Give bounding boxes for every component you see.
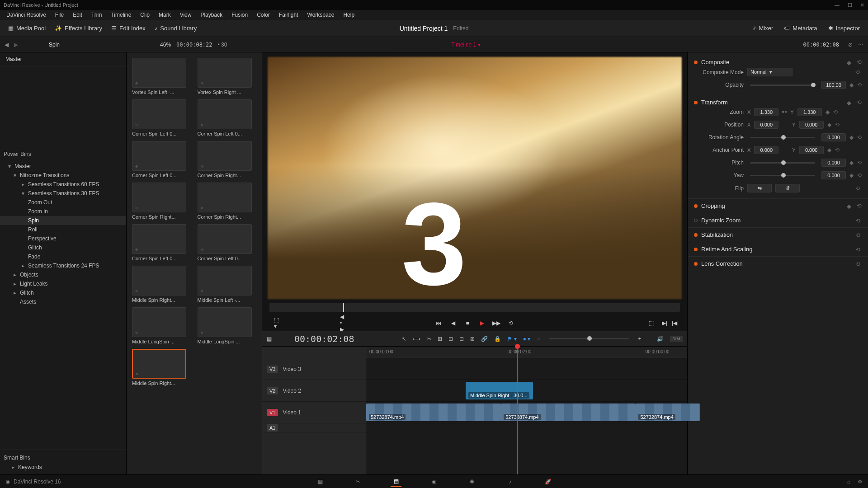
options-icon[interactable]: ⋯: [858, 42, 863, 48]
track-header-v2[interactable]: V2 Video 2: [262, 380, 366, 402]
prev-clip-icon[interactable]: |◀: [671, 319, 678, 327]
media-thumb[interactable]: ⟐Corner Spin Right...: [198, 183, 257, 220]
media-thumb[interactable]: ⟐Middle Spin Right...: [132, 266, 191, 303]
reset-icon[interactable]: ⟲: [855, 217, 862, 224]
mixer-button[interactable]: ⎚ Mixer: [748, 23, 778, 33]
keyframe-icon[interactable]: ◆: [849, 134, 854, 141]
power-bins-header[interactable]: Power Bins: [0, 148, 126, 160]
timeline-ruler[interactable]: 00:00:00:00 00:00:02:00 00:00:04:00: [366, 347, 687, 358]
keyframe-icon[interactable]: ◆: [827, 147, 831, 153]
maximize-icon[interactable]: ☐: [848, 2, 852, 8]
menu-item[interactable]: Fairlight: [275, 11, 302, 19]
composite-mode-select[interactable]: Normal ▾: [747, 68, 793, 76]
keyframe-icon[interactable]: ◆: [849, 172, 854, 178]
sidebar-item[interactable]: Roll: [0, 225, 126, 234]
close-icon[interactable]: ✕: [860, 2, 864, 8]
minimize-icon[interactable]: —: [835, 2, 840, 8]
sidebar-item[interactable]: Glitch: [0, 243, 126, 252]
sidebar-item[interactable]: Assets: [0, 297, 126, 306]
lens-section[interactable]: Lens Correction⟲: [694, 260, 862, 267]
flip-h-button[interactable]: ⇋: [747, 184, 772, 192]
flag-icon[interactable]: ⚑ ▾: [507, 336, 516, 342]
timeline-view-icon[interactable]: ▤: [267, 336, 272, 342]
clip-video[interactable]: 52732874.mp4: [636, 404, 700, 421]
lane-v1[interactable]: 52732874.mp4 52732874.mp4 52732874.mp4: [366, 402, 687, 423]
sidebar-item[interactable]: ▸Glitch: [0, 288, 126, 297]
sidebar-item[interactable]: Zoom In: [0, 207, 126, 216]
media-pool-button[interactable]: ▦ Media Pool: [4, 23, 50, 33]
media-thumb[interactable]: ⟐Corner Spin Right...: [132, 183, 191, 220]
menu-item[interactable]: Playback: [197, 11, 226, 19]
opacity-slider[interactable]: [750, 84, 815, 86]
insert-icon[interactable]: ⊞: [438, 336, 442, 342]
viewer-scrubber[interactable]: [269, 303, 680, 312]
menu-item[interactable]: Clip: [137, 11, 153, 19]
timeline-name[interactable]: Timeline 1 ▾: [451, 42, 480, 48]
menu-item[interactable]: Timeline: [107, 11, 135, 19]
track-header-a1[interactable]: A1: [262, 423, 366, 432]
cut-page-icon[interactable]: ✂: [353, 476, 363, 487]
deliver-page-icon[interactable]: 🚀: [542, 476, 553, 487]
rotation-slider[interactable]: [750, 137, 815, 138]
playhead[interactable]: [517, 347, 518, 474]
clip-fx[interactable]: Middle Spin Right - 30.0...: [466, 382, 533, 399]
menu-item[interactable]: Edit: [69, 11, 86, 19]
opacity-value[interactable]: 100.00: [821, 81, 846, 89]
reset-icon[interactable]: ⟲: [855, 261, 862, 267]
fairlight-page-icon[interactable]: ♪: [505, 476, 515, 487]
sidebar-item[interactable]: Zoom Out: [0, 198, 126, 207]
effects-library-button[interactable]: ✨ Effects Library: [50, 23, 107, 33]
selection-tool-icon[interactable]: ↖: [402, 336, 406, 342]
reset-icon[interactable]: ⟲: [855, 246, 862, 253]
crop-mode-icon[interactable]: ⬚ ▾: [274, 319, 281, 327]
viewer-canvas[interactable]: [268, 57, 682, 299]
play-icon[interactable]: ▶: [478, 319, 486, 327]
transform-section[interactable]: Transform ◆ ⟲: [694, 99, 862, 106]
marker-icon[interactable]: ● ▾: [523, 336, 531, 342]
media-thumb[interactable]: ⟐Corner Spin Left 0...: [198, 99, 257, 136]
reset-icon[interactable]: ⟲: [835, 147, 840, 153]
sidebar-item[interactable]: Fade: [0, 252, 126, 261]
media-thumb[interactable]: ⟐Corner Spin Left 0...: [132, 141, 191, 178]
sidebar-item[interactable]: Spin: [0, 216, 126, 225]
menu-item[interactable]: Fusion: [228, 11, 251, 19]
smart-bin-keywords[interactable]: ▸ Keywords: [4, 463, 123, 472]
track-header-v3[interactable]: V3 Video 3: [262, 358, 366, 380]
media-thumb[interactable]: ⟐Middle LongSpin ...: [198, 307, 257, 344]
reset-icon[interactable]: ⟲: [857, 202, 862, 209]
media-thumb[interactable]: ⟐Vortex Spin Left -...: [132, 58, 191, 95]
retime-section[interactable]: Retime And Scaling⟲: [694, 246, 862, 253]
media-thumb[interactable]: ⟐Corner Spin Left 0...: [198, 224, 257, 261]
stop-icon[interactable]: ■: [464, 319, 471, 327]
clip-video[interactable]: 52732874.mp4: [366, 404, 501, 421]
reset-icon[interactable]: ⟲: [833, 109, 838, 115]
smart-bins-header[interactable]: Smart Bins: [4, 453, 123, 463]
color-page-icon[interactable]: ✺: [467, 476, 477, 487]
next-frame-icon[interactable]: ▶▶: [493, 319, 500, 327]
next-clip-icon[interactable]: ▶|: [661, 319, 668, 327]
dim-icon[interactable]: DIM: [670, 336, 683, 342]
media-thumb[interactable]: ⟐Vortex Spin Right ...: [198, 58, 257, 95]
link-icon[interactable]: 🔗: [481, 336, 488, 342]
anchor-x-value[interactable]: 0.000: [754, 146, 778, 154]
menu-item[interactable]: Trim: [88, 11, 106, 19]
keyframe-icon[interactable]: ◆: [847, 99, 853, 106]
menu-item[interactable]: Mark: [155, 11, 175, 19]
menu-item[interactable]: Color: [253, 11, 274, 19]
menu-item[interactable]: View: [176, 11, 195, 19]
pos-x-value[interactable]: 0.000: [754, 121, 778, 129]
home-icon[interactable]: ⌂: [847, 479, 850, 485]
prev-edit-icon[interactable]: ◀ • ▶: [340, 319, 347, 327]
sidebar-item[interactable]: ▸Light Leaks: [0, 279, 126, 288]
media-thumb[interactable]: ⟐Corner Spin Right...: [198, 141, 257, 178]
reset-icon[interactable]: ⟲: [855, 232, 862, 238]
fusion-page-icon[interactable]: ◉: [429, 476, 439, 487]
edit-index-button[interactable]: ☰ Edit Index: [107, 23, 150, 33]
sidebar-item[interactable]: ▾Master: [0, 162, 126, 171]
composite-section[interactable]: Composite ◆ ⟲: [694, 59, 862, 66]
zoom-out-icon[interactable]: −: [537, 336, 540, 342]
sidebar-item[interactable]: ▾Nitrozme Transitions: [0, 171, 126, 180]
cropping-section[interactable]: Cropping◆⟲: [694, 202, 862, 209]
reset-icon[interactable]: ⟲: [855, 185, 862, 192]
keyframe-icon[interactable]: ◆: [827, 122, 831, 128]
